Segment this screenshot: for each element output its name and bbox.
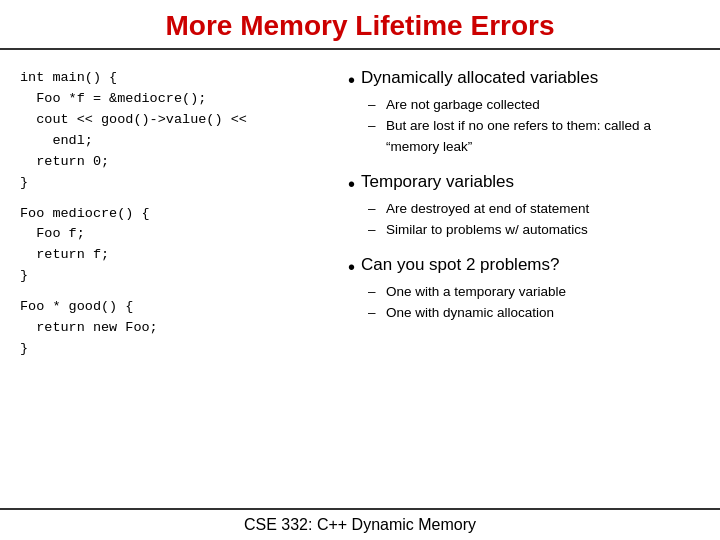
bullet-text-1: Dynamically allocated variables (361, 68, 598, 88)
sub-bullet-3-1: One with a temporary variable (376, 282, 700, 303)
code-block-2: Foo mediocre() { Foo f; return f;} (20, 204, 328, 288)
sub-bullets-1: Are not garbage collected But are lost i… (348, 95, 700, 158)
bullet-text-3: Can you spot 2 problems? (361, 255, 559, 275)
code-text-3: Foo * good() { return new Foo;} (20, 299, 158, 356)
slide-title: More Memory Lifetime Errors (20, 10, 700, 42)
sub-bullet-1-1: Are not garbage collected (376, 95, 700, 116)
footer-text: CSE 332: C++ Dynamic Memory (244, 516, 476, 533)
sub-bullets-3: One with a temporary variable One with d… (348, 282, 700, 324)
bullet-main-2: • Temporary variables (348, 172, 700, 196)
sub-bullet-3-2: One with dynamic allocation (376, 303, 700, 324)
bullet-dot-2: • (348, 172, 355, 196)
sub-bullet-2-2: Similar to problems w/ automatics (376, 220, 700, 241)
code-text-1: int main() { Foo *f = &mediocre(); cout … (20, 70, 247, 190)
slide: More Memory Lifetime Errors int main() {… (0, 0, 720, 540)
footer: CSE 332: C++ Dynamic Memory (0, 508, 720, 540)
title-bar: More Memory Lifetime Errors (0, 0, 720, 50)
sub-bullet-1-2: But are lost if no one refers to them: c… (376, 116, 700, 158)
bullet-section-1: • Dynamically allocated variables Are no… (348, 68, 700, 158)
code-block-3: Foo * good() { return new Foo;} (20, 297, 328, 360)
bullet-main-1: • Dynamically allocated variables (348, 68, 700, 92)
bullet-dot-3: • (348, 255, 355, 279)
code-text-2: Foo mediocre() { Foo f; return f;} (20, 206, 150, 284)
bullet-main-3: • Can you spot 2 problems? (348, 255, 700, 279)
sub-bullets-2: Are destroyed at end of statement Simila… (348, 199, 700, 241)
bullets-panel: • Dynamically allocated variables Are no… (340, 60, 720, 508)
code-panel: int main() { Foo *f = &mediocre(); cout … (0, 60, 340, 508)
bullet-dot-1: • (348, 68, 355, 92)
sub-bullet-2-1: Are destroyed at end of statement (376, 199, 700, 220)
code-block-1: int main() { Foo *f = &mediocre(); cout … (20, 68, 328, 194)
content-area: int main() { Foo *f = &mediocre(); cout … (0, 50, 720, 508)
bullet-section-3: • Can you spot 2 problems? One with a te… (348, 255, 700, 324)
bullet-text-2: Temporary variables (361, 172, 514, 192)
bullet-section-2: • Temporary variables Are destroyed at e… (348, 172, 700, 241)
